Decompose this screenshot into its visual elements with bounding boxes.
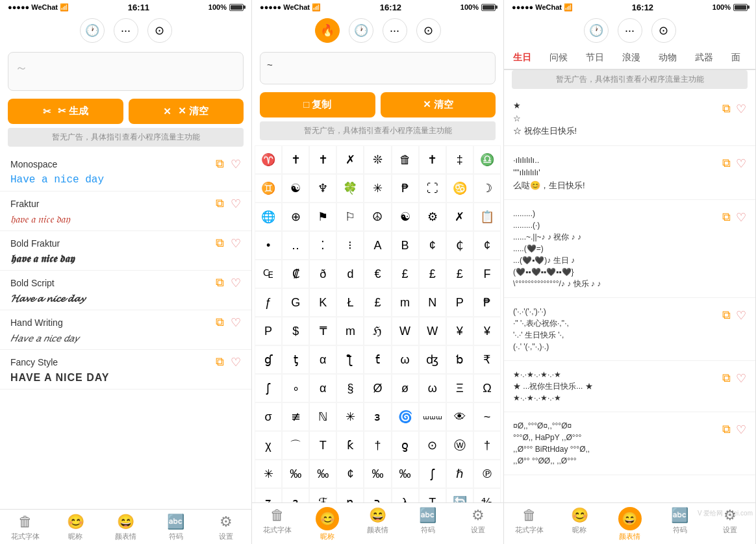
like-card-icon[interactable]: ♡ <box>736 308 746 323</box>
symbol-cell[interactable]: ƍ <box>392 431 419 460</box>
symbol-cell[interactable]: ʃ <box>255 374 282 402</box>
text-input-1[interactable]: ～ <box>8 52 244 91</box>
nav-emoji-3[interactable]: 😄 颜表情 <box>605 503 655 544</box>
symbol-cell[interactable]: 📋 <box>473 203 501 231</box>
symbol-cell[interactable]: ₡ <box>282 260 309 288</box>
symbol-cell[interactable]: 🗑 <box>392 145 419 174</box>
symbol-cell[interactable]: ʒ <box>255 488 282 502</box>
symbol-cell[interactable]: B <box>392 231 419 260</box>
nav-emoji-1[interactable]: 😄 颜表情 <box>101 510 151 544</box>
symbol-cell[interactable]: ♆ <box>309 174 336 203</box>
symbol-cell[interactable]: ¢ <box>336 460 364 488</box>
symbol-cell[interactable]: Ω <box>473 374 501 402</box>
symbol-cell[interactable]: ✳ <box>255 460 282 488</box>
symbol-cell[interactable]: ☮ <box>364 203 391 231</box>
symbol-cell[interactable]: ⁝ <box>336 231 364 260</box>
symbol-cell[interactable]: ɯɯɯ <box>419 402 446 431</box>
copy-card-icon[interactable]: ⧉ <box>722 156 731 171</box>
copy-card-icon[interactable]: ⧉ <box>722 308 731 323</box>
symbol-cell[interactable]: W <box>392 317 419 345</box>
symbol-cell[interactable]: ♈ <box>255 145 282 174</box>
symbol-cell[interactable]: £ <box>392 260 419 288</box>
generate-btn[interactable]: ✂ ✂ 生成 <box>8 99 123 124</box>
like-icon-hand-writing[interactable]: ♡ <box>231 315 241 330</box>
nav-symbol-1[interactable]: 🔤 符码 <box>151 510 201 544</box>
copy-icon-fraktur[interactable]: ⧉ <box>216 197 224 211</box>
symbol-cell[interactable]: ⁚ <box>309 231 336 260</box>
symbol-cell[interactable]: 🌐 <box>255 203 282 231</box>
symbol-cell[interactable]: € <box>364 260 391 288</box>
symbol-cell[interactable]: ♊ <box>255 174 282 203</box>
symbol-cell[interactable]: T <box>419 488 446 502</box>
nav-font-3[interactable]: 🗑 花式字体 <box>504 503 554 544</box>
symbol-cell[interactable]: ☯ <box>282 174 309 203</box>
symbol-cell[interactable]: • <box>255 231 282 260</box>
history-btn-3[interactable]: 🕐 <box>584 18 609 43</box>
symbol-cell[interactable]: 🌀 <box>392 402 419 431</box>
symbol-cell[interactable]: ~ <box>473 402 501 431</box>
symbol-cell[interactable]: § <box>336 374 364 402</box>
symbol-cell[interactable]: λ <box>392 488 419 502</box>
symbol-cell[interactable]: ð <box>309 260 336 288</box>
symbol-cell[interactable]: ¢ <box>473 231 501 260</box>
symbol-cell[interactable]: ʃ <box>419 460 446 488</box>
symbol-cell[interactable]: ✳ <box>364 174 391 203</box>
symbol-cell[interactable]: m <box>392 288 419 317</box>
symbol-cell[interactable]: ‰ <box>282 460 309 488</box>
symbol-cell[interactable]: ‰ <box>392 460 419 488</box>
symbol-cell[interactable]: ⚐ <box>336 203 364 231</box>
tab-greeting[interactable]: 问候 <box>540 47 577 69</box>
symbol-cell[interactable]: G <box>282 288 309 317</box>
symbol-cell[interactable]: ⌒ <box>282 431 309 460</box>
symbol-cell[interactable]: ℕ <box>309 402 336 431</box>
tab-weapons[interactable]: 武器 <box>686 47 722 69</box>
symbol-cell[interactable]: F <box>473 260 501 288</box>
nav-symbol-3[interactable]: 🔤 符码 <box>655 503 705 544</box>
like-card-icon[interactable]: ♡ <box>736 423 746 437</box>
symbol-cell[interactable]: £ <box>446 260 473 288</box>
symbol-cell[interactable]: ℏ <box>446 460 473 488</box>
nav-emoji-2[interactable]: 😄 颜表情 <box>353 503 403 544</box>
symbol-cell[interactable]: ∘ <box>282 374 309 402</box>
copy-card-icon[interactable]: ⧉ <box>722 210 731 225</box>
copy-icon-fancy[interactable]: ⧉ <box>216 355 224 369</box>
symbol-cell[interactable]: ʤ <box>419 345 446 374</box>
symbol-cell[interactable]: ¢ <box>419 231 446 260</box>
symbol-cell[interactable]: ¥ <box>473 317 501 345</box>
tab-noodles[interactable]: 面 <box>722 47 750 69</box>
symbol-cell[interactable]: £ <box>419 260 446 288</box>
symbol-cell[interactable]: α <box>309 374 336 402</box>
more-btn-3[interactable]: ··· <box>618 18 642 43</box>
symbol-cell[interactable]: † <box>364 431 391 460</box>
like-card-icon[interactable]: ♡ <box>736 102 746 116</box>
symbol-cell[interactable]: T <box>309 431 336 460</box>
like-card-icon[interactable]: ♡ <box>736 210 746 225</box>
symbol-cell[interactable]: ℌ <box>364 317 391 345</box>
copy-icon-bold-script[interactable]: ⧉ <box>216 276 224 290</box>
camera-btn-3[interactable]: ⊙ <box>651 18 676 43</box>
symbol-cell[interactable]: ✗ <box>336 145 364 174</box>
nav-symbol-2[interactable]: 🔤 符码 <box>403 503 453 544</box>
symbol-cell[interactable]: ⛶ <box>419 174 446 203</box>
symbol-cell[interactable]: ‰ <box>364 460 391 488</box>
symbol-cell[interactable]: ⊕ <box>282 203 309 231</box>
symbol-cell[interactable]: ƒ <box>255 288 282 317</box>
clear-btn-2[interactable]: ✕ 清空 <box>381 92 496 117</box>
symbol-cell[interactable]: † <box>473 431 501 460</box>
symbol-cell[interactable]: 🔄 <box>446 488 473 502</box>
copy-card-icon[interactable]: ⧉ <box>722 102 731 116</box>
symbol-cell[interactable]: ♎ <box>473 145 501 174</box>
symbol-cell[interactable]: ‰ <box>309 460 336 488</box>
nav-settings-1[interactable]: ⚙ 设置 <box>201 510 251 544</box>
history-btn-2[interactable]: 🕐 <box>349 18 373 43</box>
symbol-cell[interactable]: ⚙ <box>419 203 446 231</box>
camera-btn-1[interactable]: ⊙ <box>147 18 172 43</box>
symbol-cell[interactable]: 🍀 <box>336 174 364 203</box>
symbol-cell[interactable]: m <box>336 317 364 345</box>
symbol-cell[interactable]: N <box>419 288 446 317</box>
symbol-cell[interactable]: ɜ <box>282 488 309 502</box>
nav-nickname-2[interactable]: 😊 昵称 <box>302 503 352 544</box>
nav-nickname-1[interactable]: 😊 昵称 <box>50 510 100 544</box>
tab-animals[interactable]: 动物 <box>649 47 686 69</box>
symbol-cell[interactable]: 👁 <box>446 402 473 431</box>
